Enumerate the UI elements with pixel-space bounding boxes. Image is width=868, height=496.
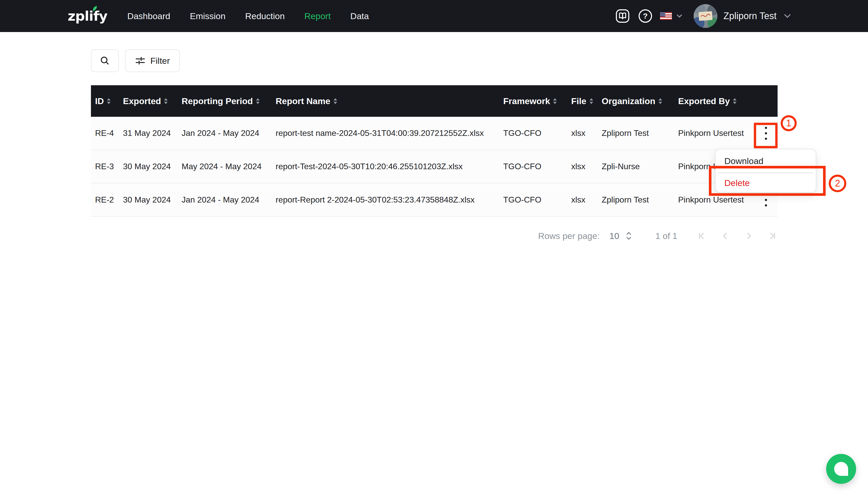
reports-table: ID Exported Reporting Period Report Name… <box>91 85 778 217</box>
cell-framework: TGO-CFO <box>503 195 571 205</box>
top-navbar: zplify Dashboard Emission Reduction Repo… <box>0 0 868 32</box>
column-header-framework[interactable]: Framework <box>503 96 571 106</box>
cell-exported: 31 May 2024 <box>123 128 182 138</box>
column-header-organization[interactable]: Organization <box>602 96 678 106</box>
cell-framework: TGO-CFO <box>503 128 571 138</box>
cell-period: May 2024 - May 2024 <box>182 162 276 171</box>
cell-file: xlsx <box>571 162 602 171</box>
search-button[interactable] <box>91 49 119 72</box>
magnifier-icon <box>99 55 110 66</box>
column-header-exported[interactable]: Exported <box>123 96 182 106</box>
cell-report-name: report-test name-2024-05-31T04:00:39.207… <box>276 128 503 138</box>
table-body: RE-4 31 May 2024 Jan 2024 - May 2024 rep… <box>91 117 778 217</box>
table-header-row: ID Exported Reporting Period Report Name… <box>91 85 778 117</box>
nav-item-report[interactable]: Report <box>304 11 331 21</box>
nav-item-data[interactable]: Data <box>350 11 369 21</box>
cell-exported: 30 May 2024 <box>123 195 182 205</box>
us-flag-icon <box>660 12 672 20</box>
avatar-photo <box>698 11 712 21</box>
user-menu-chevron-icon[interactable] <box>782 11 793 21</box>
rows-per-page-value[interactable]: 10 <box>609 231 619 241</box>
chevron-down-icon <box>676 12 683 20</box>
column-header-id[interactable]: ID <box>95 96 123 106</box>
sort-icon <box>733 98 737 104</box>
cell-exported-by: Pinkporn Usertest <box>678 195 758 205</box>
filter-sliders-icon <box>135 55 146 66</box>
column-header-reporting-period[interactable]: Reporting Period <box>182 96 276 106</box>
chat-launcher-button[interactable] <box>826 454 856 484</box>
help-circle-icon[interactable]: ? <box>638 9 653 24</box>
sort-icon <box>164 98 168 104</box>
next-page-icon[interactable] <box>744 231 754 241</box>
previous-page-icon[interactable] <box>720 231 730 241</box>
cell-id: RE-2 <box>95 195 123 205</box>
table-row: RE-3 30 May 2024 May 2024 - May 2024 rep… <box>91 150 778 183</box>
logo-text: zplify <box>68 8 107 24</box>
nav-item-dashboard[interactable]: Dashboard <box>127 11 170 21</box>
annotation-box-kebab <box>754 123 778 148</box>
sort-icon <box>658 98 662 104</box>
table-row: RE-2 30 May 2024 Jan 2024 - May 2024 rep… <box>91 183 778 217</box>
nav-item-reduction[interactable]: Reduction <box>245 11 285 21</box>
annotation-box-delete <box>709 166 826 196</box>
zplify-logo[interactable]: zplify <box>68 8 107 24</box>
chat-bubble-icon <box>834 462 848 476</box>
column-header-exported-by[interactable]: Exported By <box>678 96 758 106</box>
annotation-step-2: 2 <box>829 175 846 192</box>
cell-report-name: report-Test-2024-05-30T10:20:46.25510120… <box>276 162 503 171</box>
report-page: zplify Dashboard Emission Reduction Repo… <box>0 0 868 496</box>
language-selector[interactable] <box>660 12 683 20</box>
table-row: RE-4 31 May 2024 Jan 2024 - May 2024 rep… <box>91 117 778 150</box>
cell-period: Jan 2024 - May 2024 <box>182 195 276 205</box>
filter-label: Filter <box>150 56 170 66</box>
cell-file: xlsx <box>571 195 602 205</box>
cell-framework: TGO-CFO <box>503 162 571 171</box>
sort-icon <box>553 98 557 104</box>
last-page-icon[interactable] <box>768 231 778 241</box>
rows-per-page-stepper-icon[interactable] <box>625 231 633 241</box>
sort-icon <box>107 98 111 104</box>
cell-organization: Zpli-Nurse <box>602 162 678 171</box>
user-name[interactable]: Zpliporn Test <box>724 11 777 21</box>
cell-organization: Zpliporn Test <box>602 195 678 205</box>
page-status: 1 of 1 <box>655 231 677 241</box>
cell-id: RE-3 <box>95 162 123 171</box>
column-header-file[interactable]: File <box>571 96 602 106</box>
sort-icon <box>334 98 337 104</box>
pagination-bar: Rows per page: 10 1 of 1 <box>91 231 778 241</box>
book-icon[interactable] <box>615 9 630 24</box>
svg-text:?: ? <box>643 12 647 20</box>
cell-period: Jan 2024 - May 2024 <box>182 128 276 138</box>
cell-exported: 30 May 2024 <box>123 162 182 171</box>
report-content: Filter ID Exported Reporting Period Repo… <box>0 32 868 241</box>
cell-file: xlsx <box>571 128 602 138</box>
cell-id: RE-4 <box>95 128 123 138</box>
leaf-icon <box>91 5 99 13</box>
cell-exported-by: Pinkporn Usertest <box>678 128 758 138</box>
cell-organization: Zpliporn Test <box>602 128 678 138</box>
column-header-report-name[interactable]: Report Name <box>276 96 503 106</box>
table-toolbar: Filter <box>91 49 778 72</box>
filter-button[interactable]: Filter <box>125 49 180 72</box>
sort-icon <box>590 98 593 104</box>
annotation-step-1: 1 <box>781 115 797 131</box>
main-nav: Dashboard Emission Reduction Report Data <box>127 11 369 21</box>
rows-per-page-label: Rows per page: <box>538 231 600 241</box>
sort-icon <box>256 98 260 104</box>
avatar[interactable] <box>694 4 717 28</box>
first-page-icon[interactable] <box>696 231 706 241</box>
cell-report-name: report-Report 2-2024-05-30T02:53:23.4735… <box>276 195 503 205</box>
nav-item-emission[interactable]: Emission <box>190 11 226 21</box>
